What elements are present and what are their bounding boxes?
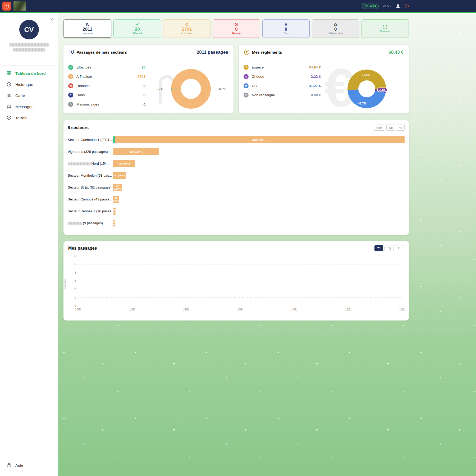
stat-item-label: Maisons vides — [76, 102, 99, 106]
stat-card-effectue[interactable]: 20Effectué — [113, 19, 161, 38]
sector-bar[interactable]: 9 (100%) — [113, 219, 115, 227]
x-axis-tick: 11/11 — [129, 308, 136, 311]
sector-row: Secteur Monthelon (93 pas...90 (96%) — [68, 170, 405, 181]
sidebar-item-aide[interactable]: Aide — [0, 460, 58, 470]
stat-list-item-cheque: Chèque2.22 € — [244, 72, 321, 81]
stat-card-a-finaliser[interactable]: 2791À finaliser — [163, 19, 210, 38]
history-clock-icon — [6, 82, 12, 87]
sector-bar[interactable]: 2080 (99%) — [113, 136, 405, 143]
banknote-icon — [244, 65, 249, 70]
sidebar-item-messages[interactable]: Messages — [0, 101, 58, 112]
y-axis-tick: 2 — [74, 288, 76, 291]
stat-list-item-non-renseigne: Non renseigné0.00 € — [244, 90, 321, 100]
stat-item-value: 0 — [143, 102, 145, 106]
range-toggle-7j[interactable]: 7J — [374, 245, 383, 251]
sidebar-item-historique[interactable]: Historique — [0, 79, 58, 90]
sector-row: (9 passages)9 (100%) — [68, 217, 405, 229]
sector-bar[interactable]: 16 (100%) — [113, 208, 116, 215]
range-toggle-21j[interactable]: 21j — [395, 245, 404, 251]
check-circle-icon — [135, 22, 139, 26]
sort-toggle-nb[interactable]: Nb — [386, 125, 395, 131]
sector-bar[interactable]: 90 (96%) — [113, 172, 126, 179]
sector-label: Secteur Rennes 1 (16 passa... — [68, 209, 113, 213]
sidebar-item-label: Tableau de bord — [15, 71, 46, 76]
sidebar-item-terrain[interactable]: Terrain — [0, 112, 58, 123]
sidebar-item-carte[interactable]: Carte — [0, 90, 58, 101]
sector-row: Secteur St Ex (62 passages)62 (100%) — [68, 181, 405, 193]
sector-label: Nord (154 ... — [68, 162, 113, 166]
gridline — [78, 264, 402, 264]
sidebar-item-tableau-de-bord[interactable]: Tableau de bord — [0, 68, 58, 79]
line-chart-plot: 012345610/1111/1112/1113/1114/1115/1116/… — [78, 256, 402, 306]
stat-item-value: 2.22 € — [311, 75, 321, 79]
blurred-photo — [13, 1, 26, 11]
y-axis-tick: 4 — [74, 271, 76, 274]
profile-photo[interactable] — [13, 1, 26, 11]
stat-cards-row: 2811passages20Effectué2791À finaliser0Re… — [63, 19, 409, 38]
stat-item-value: 34.94 € — [309, 65, 321, 69]
refresh-icon — [68, 74, 73, 79]
stat-item-label: Espèce — [252, 65, 264, 69]
range-toggle-14j[interactable]: 14j — [385, 245, 394, 251]
secteurs-bar-chart: Secteur Guehenno 1 (2094 ...2080 (99%)Vi… — [68, 134, 405, 229]
sector-bar-label: 9 (100%) — [113, 221, 115, 226]
wifi-icon — [365, 4, 368, 8]
stat-card-don[interactable]: 0Don — [262, 19, 310, 38]
donut-label-badge: 3.2% — [377, 88, 387, 92]
passages-line-chart: Passages012345610/1111/1112/1113/1114/11… — [68, 253, 404, 317]
sector-bar-area: 43 (100%) — [113, 196, 405, 203]
y-axis-tick: 3 — [74, 280, 76, 282]
stat-item-label: Effectués — [76, 65, 91, 69]
chat-bubble-icon — [6, 104, 12, 109]
sort-toggle-nom[interactable]: Nom — [374, 125, 385, 131]
stat-card-passages[interactable]: 2811passages — [63, 19, 111, 38]
stat-card-value: 0 — [285, 27, 287, 32]
passages-total: 2811 passages — [197, 50, 228, 55]
sector-label: Secteur Monthelon (93 pas... — [68, 173, 113, 177]
sector-bar[interactable]: 62 (100%) — [113, 184, 122, 191]
sector-bar[interactable]: 43 (100%) — [113, 196, 119, 203]
gridline — [78, 256, 402, 256]
reglements-stat-list: Espèce34.94 €Chèque2.22 €CB31.27 €Non re… — [239, 60, 325, 113]
logout-icon[interactable] — [405, 3, 410, 9]
route-icon — [85, 22, 89, 26]
user-account-icon[interactable] — [395, 3, 401, 9]
stat-item-value: 2791 — [138, 75, 145, 79]
avatar[interactable]: CV — [19, 20, 39, 39]
topbar: WIFI v3.5.2 — [0, 0, 476, 13]
sector-bar[interactable]: 153 (99%) — [113, 160, 135, 167]
x-axis-tick: 15/11 — [345, 308, 352, 311]
reglements-panel: € Mes règlements 68.43 € Espèce34.94 €Ch… — [239, 45, 409, 113]
censored-text — [68, 162, 90, 165]
sector-label: Secteur Guehenno 1 (2094 ... — [68, 138, 113, 142]
stat-card-maison-vide[interactable]: 0Maison vide — [312, 19, 359, 38]
stat-item-label: Dons — [76, 93, 85, 97]
stat-card-value: 20 — [135, 27, 140, 32]
passages-panel: Passages de mes secteurs 2811 passages E… — [63, 45, 234, 113]
card-icon — [244, 83, 249, 88]
euro-coin-icon: € — [244, 50, 249, 55]
x-axis-tick: 12/11 — [183, 308, 190, 311]
ring-icon — [244, 93, 249, 98]
sector-bar-label: 16 (100%) — [113, 209, 116, 214]
sector-bar-area: 153 (99%) — [113, 160, 405, 167]
donut-label: 0.7% — [151, 87, 163, 90]
x-axis-tick: 16/11 — [399, 308, 406, 311]
sector-bar-area: 90 (96%) — [113, 172, 405, 179]
sector-bar[interactable]: 328 (100%) — [113, 148, 159, 155]
stat-card-nouveau[interactable]: Nouveau — [361, 19, 409, 38]
mes-passages-panel: Mes passages 7J14j21j Passages012345610/… — [63, 241, 409, 321]
stat-card-value: 2811 — [83, 27, 92, 32]
stat-item-value: 0 — [143, 84, 145, 88]
sector-label: Secteur Campus (43 passa... — [68, 197, 113, 201]
stat-card-label: Refusé — [232, 32, 241, 35]
stat-card-refuse[interactable]: 0Refusé — [213, 19, 260, 38]
sidebar-collapse-button[interactable] — [50, 18, 54, 23]
home-icon — [68, 102, 73, 107]
stat-card-label: Nouveau — [380, 30, 390, 33]
censored-text — [10, 43, 49, 47]
sort-toggle-[interactable]: % — [397, 125, 405, 131]
app-logo[interactable] — [2, 2, 11, 11]
secteurs-title: 8 secteurs — [68, 125, 89, 130]
wifi-status-badge[interactable]: WIFI — [362, 3, 379, 9]
